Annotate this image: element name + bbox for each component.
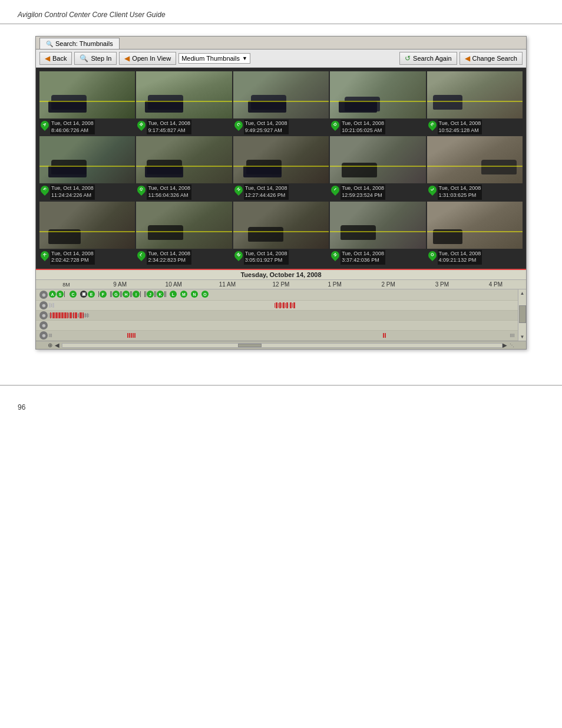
- thumb-image-2: [233, 71, 329, 118]
- timestamp-4: Tue, Oct 14, 2008 10:52:45:128 AM: [438, 120, 482, 134]
- track-3-icon[interactable]: ⊕: [39, 311, 48, 319]
- thumb-item-1[interactable]: B Tue, Oct 14, 2008 9:17:45:827 AM: [136, 71, 232, 135]
- hour-9am: 9 AM: [93, 281, 147, 288]
- thumb-item-14[interactable]: O Tue, Oct 14, 2008 4:09:21:132 PM: [427, 202, 523, 265]
- zoom-in-icon[interactable]: ⊕: [48, 342, 52, 348]
- hour-12pm: 12 PM: [254, 281, 308, 288]
- thumb-image-6: [136, 136, 232, 183]
- thumbnail-size-dropdown[interactable]: Medium Thumbnails ▼: [178, 53, 250, 64]
- search-tab-icon: 🔍: [46, 41, 53, 47]
- timestamp-9: Tue, Oct 14, 2008 1:31:03:625 PM: [438, 185, 482, 199]
- hour-8am: 8M: [39, 282, 93, 288]
- thumb-item-8[interactable]: I Tue, Oct 14, 2008 12:59:23:524 PM: [330, 136, 425, 200]
- timeline-scrollbar-v[interactable]: ▲ ▼: [518, 289, 526, 341]
- track-3-content: [49, 311, 514, 319]
- timeline-area: Tuesday, October 14, 2008 8M 9 AM 10 AM …: [36, 269, 526, 349]
- thumb-image-0: [39, 71, 135, 118]
- hour-4pm: 4 PM: [469, 281, 523, 288]
- timestamp-7: Tue, Oct 14, 2008 12:27:44:426 PM: [244, 185, 289, 199]
- timestamp-2: Tue, Oct 14, 2008 9:49:25:927 AM: [244, 120, 289, 134]
- thumb-image-7: [233, 136, 329, 183]
- step-in-button[interactable]: 🔍 Step In: [74, 52, 117, 65]
- track-1-content: A S C ▣ E F: [49, 290, 514, 299]
- search-again-button[interactable]: ↺ Search Again: [399, 52, 457, 65]
- thumb-image-8: [330, 136, 425, 183]
- hour-11am: 11 AM: [200, 281, 254, 288]
- scroll-down-arrow[interactable]: ▼: [519, 333, 526, 341]
- timeline-track-2: ⊕: [36, 301, 518, 311]
- timestamp-12: Tue, Oct 14, 2008 3:05:01:927 PM: [244, 250, 289, 265]
- resize-handle[interactable]: ⋱: [510, 342, 514, 348]
- timestamp-0: Tue, Oct 14, 2008 8:46:06:726 AM: [50, 120, 95, 134]
- thumb-item-4[interactable]: E Tue, Oct 14, 2008 10:52:45:128 AM: [427, 71, 523, 135]
- thumb-image-13: [330, 202, 425, 249]
- thumb-item-10[interactable]: K Tue, Oct 14, 2008 2:02:42:728 PM: [39, 202, 135, 265]
- timeline-hours-row: 8M 9 AM 10 AM 11 AM 12 PM 1 PM 2 PM 3 PM…: [36, 280, 526, 289]
- timestamp-1: Tue, Oct 14, 2008 9:17:45:827 AM: [147, 120, 191, 134]
- thumb-image-5: [39, 136, 135, 183]
- timeline-track-1: ⊕ A S C ▣ E F: [36, 289, 518, 301]
- change-search-button[interactable]: ◀ Change Search: [459, 52, 523, 65]
- thumb-item-9[interactable]: J Tue, Oct 14, 2008 1:31:03:625 PM: [427, 136, 523, 200]
- horizontal-scrollbar[interactable]: [62, 343, 503, 348]
- timeline-track-3: ⊕: [36, 311, 518, 321]
- thumb-item-7[interactable]: H Tue, Oct 14, 2008 12:27:44:426 PM: [233, 136, 329, 200]
- tab-bar: 🔍 Search: Thumbnails: [36, 37, 526, 50]
- scroll-left-icon[interactable]: ◀: [55, 342, 59, 348]
- refresh-icon: ↺: [405, 54, 411, 62]
- thumb-item-3[interactable]: D Tue, Oct 14, 2008 10:21:05:025 AM: [330, 71, 425, 135]
- thumb-item-0[interactable]: A Tue, Oct 14, 2008 8:46:06:726 AM: [39, 71, 135, 135]
- open-in-view-button[interactable]: ◀ Open In View: [119, 52, 176, 65]
- thumb-item-5[interactable]: F Tue, Oct 14, 2008 11:24:24:226 AM: [39, 136, 135, 200]
- track-2-content: [49, 301, 514, 309]
- thumb-image-9: [427, 136, 523, 183]
- tab-label: Search: Thumbnails: [55, 40, 113, 47]
- timestamp-5: Tue, Oct 14, 2008 11:24:24:226 AM: [50, 185, 95, 199]
- hour-10am: 10 AM: [147, 281, 200, 288]
- timestamp-6: Tue, Oct 14, 2008 11:56:04:326 AM: [147, 185, 191, 199]
- page-footer: 96: [0, 385, 562, 417]
- scroll-right-icon[interactable]: ▶: [503, 342, 507, 348]
- thumb-image-4: [427, 71, 523, 118]
- thumb-image-3: [330, 71, 425, 118]
- timeline-track-4: ⊕: [36, 321, 518, 331]
- thumb-image-14: [427, 202, 523, 249]
- h-scroll-thumb[interactable]: [238, 344, 262, 347]
- timestamp-11: Tue, Oct 14, 2008 2:34:22:823 PM: [147, 250, 191, 265]
- timeline-date-bar: Tuesday, October 14, 2008: [36, 270, 526, 280]
- track-4-icon[interactable]: ⊕: [39, 321, 48, 330]
- hour-3pm: 3 PM: [415, 281, 469, 288]
- thumb-image-11: [136, 202, 232, 249]
- scroll-thumb[interactable]: [519, 305, 526, 323]
- toolbar: ◀ Back 🔍 Step In ◀ Open In View Medium T…: [36, 50, 526, 68]
- hour-1pm: 1 PM: [308, 281, 362, 288]
- thumb-item-11[interactable]: L Tue, Oct 14, 2008 2:34:22:823 PM: [136, 202, 232, 265]
- step-in-icon: 🔍: [80, 54, 88, 62]
- track-1-scroll-icon[interactable]: ⊕: [39, 291, 48, 299]
- change-search-icon: ◀: [465, 54, 470, 62]
- thumb-item-12[interactable]: M Tue, Oct 14, 2008 3:05:01:927 PM: [233, 202, 329, 265]
- timeline-wrapper: ⊕ A S C ▣ E F: [36, 289, 526, 341]
- thumb-image-1: [136, 71, 232, 118]
- back-button[interactable]: ◀ Back: [39, 52, 72, 65]
- thumb-item-2[interactable]: C Tue, Oct 14, 2008 9:49:25:927 AM: [233, 71, 329, 135]
- track-4-content: [49, 321, 514, 330]
- track-5-icon[interactable]: ⊕: [39, 331, 48, 340]
- thumb-image-10: [39, 202, 135, 249]
- hour-2pm: 2 PM: [362, 281, 415, 288]
- timestamp-3: Tue, Oct 14, 2008 10:21:05:025 AM: [340, 120, 385, 134]
- track-2-icon[interactable]: ⊕: [39, 301, 48, 309]
- thumb-item-6[interactable]: G Tue, Oct 14, 2008 11:56:04:326 AM: [136, 136, 232, 200]
- timeline-track-5: ⊕: [36, 331, 518, 341]
- window-container: 🔍 Search: Thumbnails ◀ Back 🔍 Step In ◀ …: [35, 36, 527, 350]
- main-content: 🔍 Search: Thumbnails ◀ Back 🔍 Step In ◀ …: [0, 24, 562, 361]
- page-header: Avigilon Control Center Core Client User…: [0, 0, 562, 24]
- search-thumbnails-tab[interactable]: 🔍 Search: Thumbnails: [39, 38, 120, 49]
- scroll-up-arrow[interactable]: ▲: [519, 289, 526, 297]
- timeline-bottom-bar: ⊕ ◀ ▶ ⋱: [36, 341, 526, 349]
- timestamp-10: Tue, Oct 14, 2008 2:02:42:728 PM: [50, 250, 95, 265]
- thumb-item-13[interactable]: N Tue, Oct 14, 2008 3:37:42:036 PM: [330, 202, 425, 265]
- timestamp-8: Tue, Oct 14, 2008 12:59:23:524 PM: [340, 185, 385, 199]
- back-icon: ◀: [45, 54, 50, 62]
- timestamp-13: Tue, Oct 14, 2008 3:37:42:036 PM: [340, 250, 385, 265]
